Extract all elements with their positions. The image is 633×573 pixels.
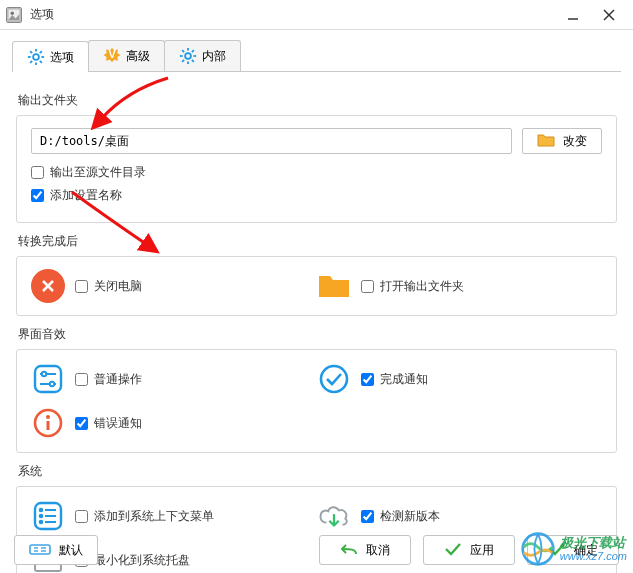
output-path-input[interactable]: [31, 128, 512, 154]
svg-point-41: [40, 521, 43, 524]
svg-line-23: [192, 50, 194, 52]
checkbox-open-output[interactable]: 打开输出文件夹: [361, 278, 464, 295]
tab-internal[interactable]: 内部: [164, 40, 241, 71]
checkbox-input[interactable]: [75, 280, 88, 293]
checkbox-shutdown[interactable]: 关闭电脑: [75, 278, 142, 295]
gear-icon: [27, 48, 45, 66]
svg-point-5: [33, 54, 39, 60]
sliders-icon: [31, 362, 65, 396]
checkbox-label: 普通操作: [94, 371, 142, 388]
checkbox-output-to-source[interactable]: 输出至源文件目录: [31, 164, 602, 181]
svg-point-29: [42, 372, 46, 376]
tab-label: 内部: [202, 48, 226, 65]
gear-icon: [179, 47, 197, 65]
svg-point-34: [46, 415, 50, 419]
button-label: 改变: [563, 133, 587, 150]
svg-line-13: [30, 61, 32, 63]
checkbox-input[interactable]: [361, 373, 374, 386]
checkbox-label: 检测新版本: [380, 508, 440, 525]
checkbox-label: 完成通知: [380, 371, 428, 388]
button-label: 默认: [59, 542, 83, 559]
checkbox-label: 添加设置名称: [50, 187, 122, 204]
checkbox-input[interactable]: [75, 510, 88, 523]
change-folder-button[interactable]: 改变: [522, 128, 602, 154]
window-title: 选项: [30, 6, 555, 23]
badge-icon: V: [103, 47, 121, 65]
checkbox-normal-op[interactable]: 普通操作: [75, 371, 142, 388]
svg-point-1: [11, 11, 15, 15]
section-title-output: 输出文件夹: [18, 92, 617, 109]
section-title-sound: 界面音效: [18, 326, 617, 343]
app-icon: [6, 7, 22, 23]
group-sound: 普通操作 完成通知: [16, 349, 617, 453]
svg-point-39: [40, 515, 43, 518]
checkbox-input[interactable]: [361, 510, 374, 523]
group-after: 关闭电脑 打开输出文件夹: [16, 256, 617, 316]
check-circle-icon: [317, 362, 351, 396]
tab-advanced[interactable]: V 高级: [88, 40, 165, 71]
info-circle-icon: [31, 406, 65, 440]
checkbox-check-update[interactable]: 检测新版本: [361, 508, 440, 525]
svg-line-10: [30, 51, 32, 53]
button-label: 确定: [574, 542, 598, 559]
undo-icon: [340, 542, 358, 559]
ok-button[interactable]: 确定: [527, 535, 619, 565]
svg-rect-27: [35, 366, 61, 392]
dialog-buttons: 默认 取消 应用 确定: [0, 535, 633, 565]
tab-options[interactable]: 选项: [12, 41, 89, 72]
cancel-button[interactable]: 取消: [319, 535, 411, 565]
svg-line-11: [40, 61, 42, 63]
checkbox-add-preset-name[interactable]: 添加设置名称: [31, 187, 602, 204]
svg-line-24: [182, 60, 184, 62]
svg-point-31: [50, 382, 54, 386]
apply-button[interactable]: 应用: [423, 535, 515, 565]
tab-label: 高级: [126, 48, 150, 65]
minimize-button[interactable]: [555, 1, 591, 29]
checkbox-input[interactable]: [75, 417, 88, 430]
section-title-system: 系统: [18, 463, 617, 480]
folder-icon: [537, 133, 555, 150]
reset-icon: [29, 542, 51, 559]
checkbox-label: 添加到系统上下文菜单: [94, 508, 214, 525]
svg-point-32: [321, 366, 347, 392]
svg-point-37: [40, 509, 43, 512]
tab-bar: 选项 V 高级 内部: [12, 40, 621, 72]
folder-open-icon: [317, 272, 351, 300]
check-icon: [444, 542, 462, 559]
svg-rect-46: [30, 545, 50, 554]
checkbox-label: 输出至源文件目录: [50, 164, 146, 181]
close-circle-icon: [31, 269, 65, 303]
checkbox-input[interactable]: [31, 189, 44, 202]
checkbox-error-notice[interactable]: 错误通知: [75, 415, 142, 432]
titlebar: 选项: [0, 0, 633, 30]
checkbox-context-menu[interactable]: 添加到系统上下文菜单: [75, 508, 214, 525]
button-label: 取消: [366, 542, 390, 559]
button-label: 应用: [470, 542, 494, 559]
svg-point-16: [185, 53, 191, 59]
svg-line-22: [192, 60, 194, 62]
svg-rect-44: [35, 564, 61, 571]
defaults-button[interactable]: 默认: [14, 535, 98, 565]
checkbox-label: 打开输出文件夹: [380, 278, 464, 295]
tab-label: 选项: [50, 49, 74, 66]
svg-line-12: [40, 51, 42, 53]
check-icon: [548, 542, 566, 559]
svg-line-21: [182, 50, 184, 52]
svg-text:V: V: [108, 48, 116, 60]
checkbox-input[interactable]: [75, 373, 88, 386]
checkbox-label: 关闭电脑: [94, 278, 142, 295]
close-button[interactable]: [591, 1, 627, 29]
checkbox-complete-notice[interactable]: 完成通知: [361, 371, 428, 388]
cloud-download-icon: [317, 499, 351, 533]
group-output: 改变 输出至源文件目录 添加设置名称: [16, 115, 617, 223]
list-icon: [31, 499, 65, 533]
checkbox-input[interactable]: [361, 280, 374, 293]
checkbox-label: 错误通知: [94, 415, 142, 432]
section-title-after: 转换完成后: [18, 233, 617, 250]
checkbox-input[interactable]: [31, 166, 44, 179]
